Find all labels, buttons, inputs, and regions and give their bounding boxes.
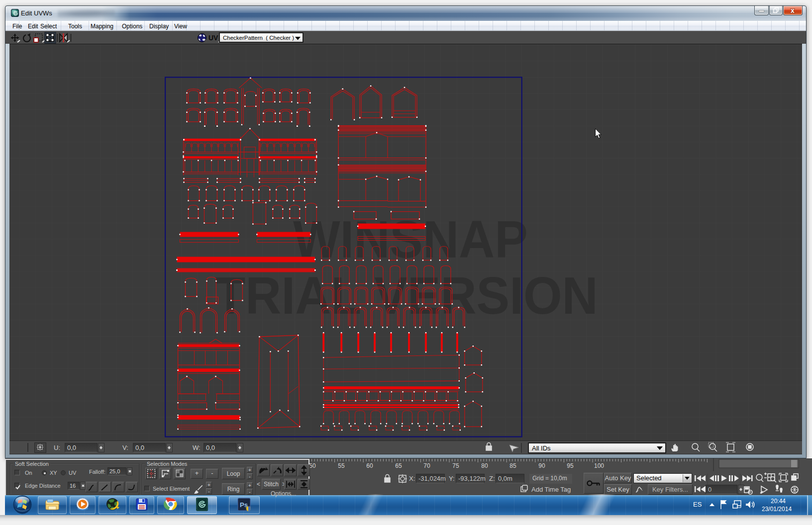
svg-text:80: 80 <box>481 462 488 469</box>
svg-text:50: 50 <box>309 462 316 469</box>
svg-text:70: 70 <box>423 462 430 469</box>
svg-text:TRIAL VERSION: TRIAL VERSION <box>215 266 598 325</box>
svg-text:95: 95 <box>567 462 574 469</box>
svg-text:55: 55 <box>338 462 345 469</box>
svg-text:65: 65 <box>395 462 402 469</box>
svg-text:90: 90 <box>538 462 545 469</box>
svg-text:x: x <box>791 6 795 14</box>
svg-text:UV: UV <box>208 34 218 42</box>
svg-text:100: 100 <box>594 462 604 469</box>
svg-text:85: 85 <box>509 462 516 469</box>
svg-text:60: 60 <box>366 462 373 469</box>
svg-text:75: 75 <box>452 462 459 469</box>
